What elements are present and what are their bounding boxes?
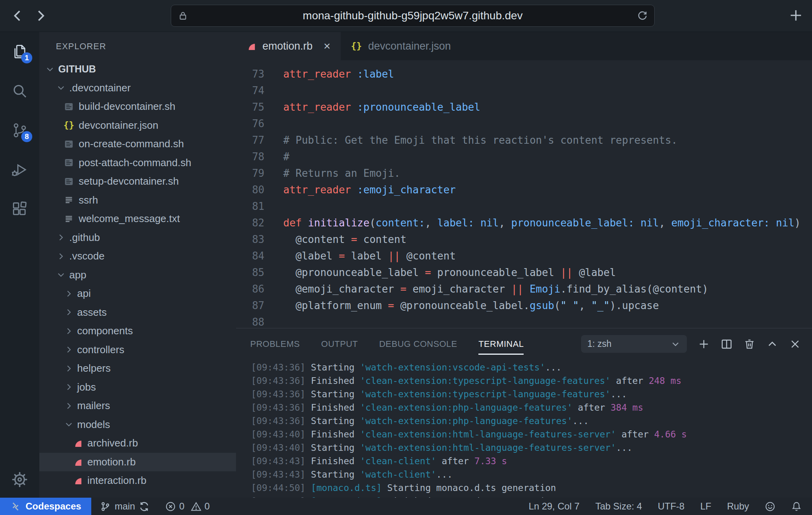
tree-item-.vscode[interactable]: .vscode <box>39 247 236 266</box>
tree-item-label: models <box>77 419 110 431</box>
code-line-76[interactable]: 76 <box>236 115 812 132</box>
status-tab-size[interactable]: Tab Size: 4 <box>595 501 642 512</box>
remote-indicator[interactable]: Codespaces <box>0 498 91 515</box>
forward-icon[interactable] <box>33 8 48 23</box>
tree-item-components[interactable]: components <box>39 322 236 341</box>
activity-search[interactable] <box>11 82 28 100</box>
panel-actions: 1: zsh <box>581 335 801 353</box>
terminal-line: [09:43:43] Finished 'clean-client' after… <box>251 454 812 468</box>
line-number: 88 <box>236 314 264 328</box>
code-line-79[interactable]: 79# Returns an Emoji. <box>236 165 812 182</box>
status-cursor-position[interactable]: Ln 29, Col 7 <box>529 501 579 512</box>
text-file-icon <box>64 195 74 205</box>
code-line-81[interactable]: 81 <box>236 198 812 215</box>
tree-item-setup-devcontainer.sh[interactable]: setup-devcontainer.sh <box>39 172 236 191</box>
code-line-83[interactable]: 83 @content = content <box>236 231 812 248</box>
editor-group: emotion.rb×{}devcontainer.json 73attr_re… <box>236 32 812 498</box>
code-line-84[interactable]: 84 @label = label || @content <box>236 248 812 264</box>
chevron-right-icon <box>64 363 74 374</box>
activity-run-debug[interactable] <box>11 161 28 178</box>
close-panel-icon[interactable] <box>789 338 801 350</box>
notifications-bell-icon[interactable] <box>791 501 802 512</box>
search-icon <box>11 82 28 100</box>
editor-tab-devcontainer.json[interactable]: {}devcontainer.json <box>341 32 461 60</box>
code-line-88[interactable]: 88 <box>236 314 812 328</box>
code-line-82[interactable]: 82def initialize(content:, label: nil, p… <box>236 215 812 231</box>
tree-item-jobs[interactable]: jobs <box>39 378 236 397</box>
feedback-smiley-icon[interactable] <box>765 501 775 512</box>
activity-explorer[interactable]: 1 <box>11 43 28 60</box>
tree-item-welcome_message.txt[interactable]: welcome_message.txt <box>39 209 236 228</box>
settings-gear-icon[interactable] <box>11 471 28 488</box>
back-icon[interactable] <box>10 8 25 23</box>
status-bar: Codespaces main 0 0 Ln 29, Col 7Tab Size… <box>0 498 812 515</box>
tree-item-emotion.rb[interactable]: emotion.rb <box>39 453 236 472</box>
new-tab-icon[interactable] <box>788 7 804 24</box>
maximize-panel-icon[interactable] <box>766 338 778 350</box>
tree-item-archived.rb[interactable]: archived.rb <box>39 434 236 453</box>
line-number: 73 <box>236 66 264 82</box>
code-line-78[interactable]: 78# <box>236 148 812 165</box>
lock-icon <box>177 10 188 21</box>
code-line-85[interactable]: 85 @pronounceable_label = pronounceable_… <box>236 264 812 281</box>
tree-item-label: build-devcontainer.sh <box>79 100 175 113</box>
tree-item-on-create-command.sh[interactable]: on-create-command.sh <box>39 135 236 154</box>
panel-tab-problems[interactable]: PROBLEMS <box>250 336 300 352</box>
panel-tab-terminal[interactable]: TERMINAL <box>478 336 524 352</box>
new-terminal-icon[interactable] <box>698 338 710 350</box>
code-text: @pronounceable_label = pronounceable_lab… <box>264 264 616 281</box>
code-line-86[interactable]: 86 @emoji_character = emoji_character ||… <box>236 281 812 297</box>
terminal-output[interactable]: [09:43:36] Starting 'watch-extension:vsc… <box>236 359 812 498</box>
activity-extensions[interactable] <box>11 200 28 218</box>
shell-file-icon <box>64 102 74 112</box>
ruby-file-icon <box>246 41 256 51</box>
split-terminal-icon[interactable] <box>721 338 733 350</box>
code-line-75[interactable]: 75attr_reader :pronounceable_label <box>236 99 812 115</box>
code-editor[interactable]: 73attr_reader :label7475attr_reader :pro… <box>236 60 812 328</box>
terminal-line: [09:43:36] Finished 'clean-extension:php… <box>251 401 812 414</box>
code-text <box>264 82 283 99</box>
tree-item-ssrh[interactable]: ssrh <box>39 191 236 210</box>
close-icon[interactable]: × <box>324 40 331 52</box>
kill-terminal-icon[interactable] <box>744 338 755 350</box>
tree-item-assets[interactable]: assets <box>39 303 236 322</box>
url-bar[interactable]: mona-github-github-g59jpq2w5w7.github.de… <box>171 5 655 27</box>
terminal-shell-select[interactable]: 1: zsh <box>581 335 687 353</box>
tree-item-helpers[interactable]: helpers <box>39 359 236 378</box>
tree-item-api[interactable]: api <box>39 284 236 303</box>
code-line-80[interactable]: 80attr_reader :emoji_character <box>236 182 812 198</box>
tree-item-mailers[interactable]: mailers <box>39 396 236 415</box>
code-line-74[interactable]: 74 <box>236 82 812 99</box>
tree-item-interaction.rb[interactable]: interaction.rb <box>39 471 236 490</box>
status-language-mode[interactable]: Ruby <box>727 501 749 512</box>
code-text: @content = content <box>264 231 406 248</box>
line-number: 80 <box>236 182 264 198</box>
terminal-line: [09:44:50] [monaco.d.ts] Starting monaco… <box>251 481 812 495</box>
panel-tab-debug-console[interactable]: DEBUG CONSOLE <box>379 336 457 352</box>
tree-item-app[interactable]: app <box>39 266 236 285</box>
status-encoding[interactable]: UTF-8 <box>658 501 685 512</box>
line-number: 79 <box>236 165 264 182</box>
reload-icon[interactable] <box>637 10 648 21</box>
tree-item-models[interactable]: models <box>39 415 236 434</box>
code-line-87[interactable]: 87 @platform_enum = @pronounceable_label… <box>236 297 812 314</box>
tree-item-GITHUB[interactable]: GITHUB <box>39 60 236 79</box>
branch-indicator[interactable]: main <box>100 501 149 512</box>
problems-indicator[interactable]: 0 0 <box>165 501 210 512</box>
tree-item-.github[interactable]: .github <box>39 228 236 247</box>
activity-source-control[interactable]: 8 <box>11 122 28 139</box>
chevron-right-icon <box>64 289 74 299</box>
tree-item-post-attach-command.sh[interactable]: post-attach-command.sh <box>39 154 236 172</box>
tree-item-devcontainer.json[interactable]: {}devcontainer.json <box>39 116 236 135</box>
tree-item-build-devcontainer.sh[interactable]: build-devcontainer.sh <box>39 97 236 116</box>
tree-item-.devcontainer[interactable]: .devcontainer <box>39 79 236 98</box>
tree-item-controllers[interactable]: controllers <box>39 341 236 359</box>
tab-label: emotion.rb <box>262 40 313 52</box>
editor-tab-emotion.rb[interactable]: emotion.rb× <box>236 32 341 60</box>
ruby-file-icon <box>72 457 83 467</box>
status-eol[interactable]: LF <box>700 501 711 512</box>
code-text: attr_reader :label <box>264 66 394 82</box>
code-line-73[interactable]: 73attr_reader :label <box>236 66 812 82</box>
code-line-77[interactable]: 77# Public: Get the Emoji that this reac… <box>236 132 812 148</box>
panel-tab-output[interactable]: OUTPUT <box>321 336 358 352</box>
